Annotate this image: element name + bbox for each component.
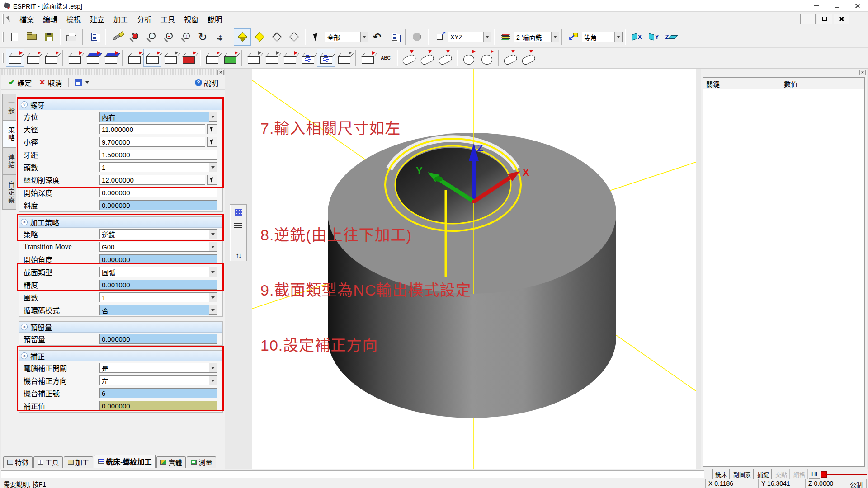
param-field-開始深度[interactable]: 0.000000 — [99, 188, 217, 197]
side-tab-一般[interactable]: 一般 — [2, 94, 16, 121]
layer-combo[interactable]: 2 '端面銑 — [514, 32, 559, 42]
view-along-y-button[interactable]: Y — [645, 28, 662, 46]
menu-item-2[interactable]: 編輯 — [38, 12, 62, 26]
section-header-預留量[interactable]: 預留量 — [19, 322, 222, 333]
help-button[interactable]: 說明 — [195, 77, 218, 88]
panel-close-button[interactable] — [217, 70, 224, 75]
param-field-總切削深度[interactable]: 12.000000 — [99, 175, 205, 185]
deep-drilling-button[interactable] — [179, 49, 198, 67]
chevron-down-icon[interactable] — [209, 242, 217, 251]
drilling-button[interactable] — [161, 49, 179, 67]
rotary-milling-1-button[interactable] — [400, 49, 418, 67]
panel-grip[interactable] — [1, 69, 225, 75]
zoom-button[interactable] — [142, 28, 160, 46]
chevron-down-icon[interactable] — [209, 363, 217, 372]
uvw-axes-button[interactable] — [565, 28, 582, 46]
param-field-開始角度[interactable]: 0.000000 — [99, 254, 217, 264]
chamfer-milling-button[interactable] — [125, 49, 143, 67]
zoom-window-button[interactable] — [125, 28, 142, 46]
mode-toggle-網格[interactable]: 網格 — [791, 469, 808, 479]
rotary-drilling-2-button[interactable] — [519, 49, 538, 67]
param-field-小徑[interactable]: 9.700000 — [99, 137, 205, 147]
minimize-button[interactable] — [806, 0, 826, 12]
pattern-button[interactable] — [203, 49, 221, 67]
document-minimize-button[interactable] — [800, 14, 816, 24]
bottom-tab-加工[interactable]: 加工 — [64, 456, 93, 468]
param-field-牙距[interactable]: 1.500000 — [99, 150, 217, 160]
mode-toggle-HI[interactable]: HI — [809, 470, 820, 479]
bottom-tab-工具[interactable]: 工具 — [33, 456, 63, 468]
print-button[interactable] — [63, 28, 80, 46]
column-header-key[interactable]: 關鍵 — [703, 78, 781, 89]
flat-shaded-view-button[interactable] — [251, 28, 268, 46]
param-field-機台補正方向[interactable]: 左 — [99, 375, 217, 385]
shaded-view-button[interactable] — [234, 28, 251, 46]
toolbar-grip[interactable] — [2, 32, 4, 42]
document-restore-button[interactable] — [817, 14, 832, 24]
panel-close-button[interactable] — [859, 70, 866, 75]
wireframe-view-button[interactable] — [268, 28, 285, 46]
report-button[interactable] — [85, 28, 103, 46]
chevron-down-icon[interactable] — [209, 230, 217, 239]
chevron-down-icon[interactable] — [209, 305, 217, 314]
side-tab-自定義[interactable]: 自定義 — [2, 175, 16, 210]
hidden-line-view-button[interactable] — [285, 28, 302, 46]
tapping-button[interactable] — [263, 49, 281, 67]
param-field-Transition Move[interactable]: G00 — [99, 242, 217, 252]
rotate-view-button[interactable]: ↻ — [194, 28, 211, 46]
wheel-machining-1-button[interactable] — [460, 49, 478, 67]
close-button[interactable] — [847, 0, 868, 12]
paste-button[interactable] — [386, 28, 403, 46]
menu-item-9[interactable]: 說明 — [203, 12, 226, 26]
param-field-頭數[interactable]: 1 — [99, 162, 217, 172]
toolbar-grip[interactable] — [2, 53, 4, 63]
helix-button[interactable] — [299, 49, 317, 67]
selection-filter-combo[interactable]: 全部 — [325, 32, 368, 42]
param-field-截面類型[interactable]: 圓弧 — [99, 267, 217, 277]
mode-toggle-副圖素[interactable]: 副圖素 — [731, 469, 754, 479]
property-grid-button[interactable] — [232, 206, 245, 218]
engrave-abc-button[interactable]: ABC — [377, 49, 395, 67]
view-along-x-button[interactable]: X — [628, 28, 645, 46]
mode-toggle-交點[interactable]: 交點 — [773, 469, 790, 479]
undo-button[interactable]: ↶ — [368, 28, 386, 46]
rotary-milling-3-button[interactable] — [436, 49, 454, 67]
zoom-out-button[interactable]: − — [160, 28, 177, 46]
side-tab-連結[interactable]: 連結 — [2, 148, 16, 175]
save-settings-button[interactable] — [71, 78, 93, 87]
side-tab-策略[interactable]: 策略 — [2, 121, 16, 148]
view-along-z-button[interactable]: Z — [662, 28, 679, 46]
chevron-down-icon[interactable] — [209, 293, 217, 302]
menu-item-5[interactable]: 加工 — [109, 12, 132, 26]
layers-button[interactable] — [497, 28, 514, 46]
chevron-down-icon[interactable] — [209, 267, 217, 277]
select-button[interactable] — [308, 28, 325, 46]
param-field-斜度[interactable]: 0.000000 — [99, 200, 217, 210]
stop-button[interactable] — [408, 28, 425, 46]
param-field-機台補正號[interactable]: 6 — [99, 388, 217, 398]
param-field-策略[interactable]: 逆銑 — [99, 229, 217, 239]
param-field-預留量[interactable]: 0.000000 — [99, 334, 217, 344]
wrap-machining-button[interactable] — [359, 49, 377, 67]
chevron-down-icon[interactable] — [209, 376, 217, 385]
prompt-field[interactable] — [1, 470, 704, 478]
menu-item-7[interactable]: 工具 — [156, 12, 179, 26]
param-field-方位[interactable]: 內右 — [99, 112, 217, 122]
chevron-down-icon[interactable] — [209, 112, 217, 121]
param-field-循環碼模式[interactable]: 否 — [99, 305, 217, 315]
view-orientation-combo[interactable]: 等角 — [582, 32, 623, 42]
boring-button[interactable] — [281, 49, 299, 67]
maximize-button[interactable] — [826, 0, 847, 12]
graphics-viewport[interactable]: Z X Y 7.輸入相關尺寸如左8.逆銑(由上往下加工)9.截面類型為NC輸出模… — [252, 69, 696, 469]
redraw-button[interactable] — [108, 28, 125, 46]
work-plane-combo[interactable]: XYZ — [448, 32, 491, 42]
section-header-補正[interactable]: 補正 — [19, 351, 222, 361]
param-field-電腦補正開關[interactable]: 是 — [99, 363, 217, 373]
new-file-button[interactable] — [6, 28, 23, 46]
contouring-button[interactable] — [24, 49, 42, 67]
zoom-extents-button[interactable]: ↕ — [177, 28, 194, 46]
pan-view-button[interactable] — [211, 28, 228, 46]
drill-cycle-button[interactable] — [245, 49, 263, 67]
open-file-button[interactable] — [23, 28, 40, 46]
section-header-加工策略[interactable]: 加工策略 — [19, 217, 222, 228]
